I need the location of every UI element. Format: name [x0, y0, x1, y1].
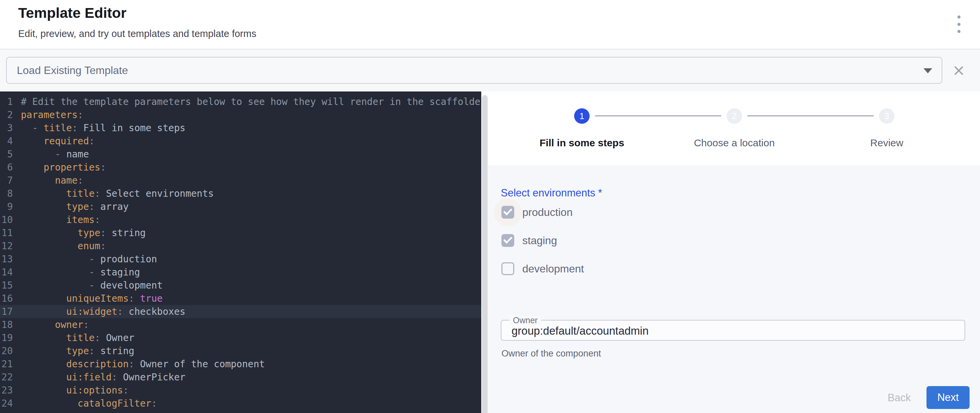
code-area: 1# Edit the template parameters below to…: [0, 95, 481, 410]
back-button[interactable]: Back: [876, 388, 923, 408]
page-header: Template Editor Edit, preview, and try o…: [0, 0, 980, 49]
code-line: 17 ui:widget: checkboxes: [0, 305, 481, 318]
template-preview-panel: 1 2 3 Fill in some steps Choose a locati…: [488, 92, 980, 413]
code-line: 22 ui:field: OwnerPicker: [0, 371, 481, 384]
next-button[interactable]: Next: [926, 386, 970, 409]
code-line: 2parameters:: [0, 108, 481, 121]
checkbox-row-staging[interactable]: staging: [488, 227, 724, 254]
stepper-connector: [595, 115, 721, 116]
code-line: 16 uniqueItems: true: [0, 292, 481, 305]
code-line: 15 - development: [0, 279, 481, 292]
code-line: 6 properties:: [0, 161, 481, 174]
owner-field-label: Owner: [509, 316, 541, 325]
code-line: 3 - title: Fill in some steps: [0, 121, 481, 135]
select-placeholder: Load Existing Template: [17, 64, 128, 77]
code-line: 14 - staging: [0, 266, 481, 279]
code-line: 24 catalogFilter:: [0, 397, 481, 410]
checkbox-label[interactable]: development: [522, 263, 584, 275]
required-marker: *: [598, 187, 602, 199]
checkbox-row-production[interactable]: production: [488, 199, 724, 226]
code-line: 1# Edit the template parameters below to…: [0, 95, 481, 108]
step-circle-3: 3: [879, 108, 894, 124]
stepper-connector: [748, 115, 873, 116]
owner-helper-text: Owner of the component: [501, 348, 601, 359]
code-line: 8 title: Select environments: [0, 187, 481, 200]
code-line: 9 type: array: [0, 200, 481, 213]
pane-resize-handle[interactable]: [482, 95, 488, 413]
checkbox-label[interactable]: staging: [522, 234, 557, 247]
checkbox-label[interactable]: production: [522, 206, 573, 219]
code-line: 19 title: Owner: [0, 331, 481, 345]
select-environments-label: Select environments*: [501, 187, 602, 199]
code-line: 21 description: Owner of the component: [0, 357, 481, 371]
code-line: 20 type: string: [0, 345, 481, 357]
owner-input[interactable]: Owner group:default/accountadmin: [501, 320, 965, 341]
code-line: 10 items:: [0, 213, 481, 226]
close-icon[interactable]: [952, 64, 965, 77]
yaml-code-editor[interactable]: 1# Edit the template parameters below to…: [0, 92, 481, 413]
development-checkbox[interactable]: [501, 262, 514, 275]
checkbox-row-development[interactable]: development: [488, 255, 724, 283]
load-template-bar: Load Existing Template: [0, 49, 980, 92]
code-line: 12 enum:: [0, 240, 481, 253]
step-label-choose-a-location: Choose a location: [667, 137, 802, 149]
code-line: 18 owner:: [0, 318, 481, 331]
load-existing-template-select[interactable]: Load Existing Template: [6, 57, 942, 84]
template-editor-page: Template Editor Edit, preview, and try o…: [0, 0, 980, 413]
code-line: 11 type: string: [0, 226, 481, 240]
production-checkbox[interactable]: [501, 206, 514, 219]
code-line: 7 name:: [0, 174, 481, 187]
step-circle-2: 2: [727, 108, 742, 124]
code-line: 5 - name: [0, 148, 481, 161]
page-subtitle: Edit, preview, and try out templates and…: [18, 28, 256, 39]
staging-checkbox[interactable]: [501, 234, 514, 247]
code-line: 4 required:: [0, 135, 481, 148]
dropdown-caret-icon: [923, 68, 932, 73]
code-line: 13 - production: [0, 253, 481, 266]
step-label-fill-in-some-steps: Fill in some steps: [515, 137, 649, 149]
step-circle-1: 1: [574, 108, 590, 124]
page-title: Template Editor: [18, 5, 127, 21]
step-label-review: Review: [819, 137, 954, 149]
owner-field-value: group:default/accountadmin: [512, 324, 649, 337]
code-line: 23 ui:options:: [0, 384, 481, 397]
kebab-menu-icon[interactable]: [952, 16, 965, 33]
